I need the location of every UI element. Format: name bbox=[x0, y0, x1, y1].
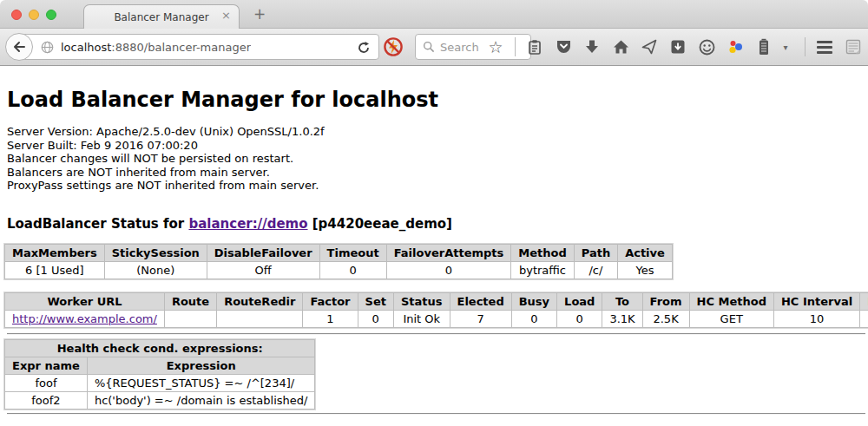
cell-load: 0 bbox=[557, 310, 602, 327]
cell-stickysession: (None) bbox=[104, 261, 207, 279]
health-check-title: Health check cond. expressions: bbox=[5, 339, 315, 357]
tab-balancer-manager[interactable]: Balancer Manager × bbox=[83, 4, 240, 29]
expr-row: foof2 hc('body') =~ /domain is establish… bbox=[5, 391, 315, 409]
server-info: Server Version: Apache/2.5.0-dev (Unix) … bbox=[7, 125, 868, 193]
cell-active: Yes bbox=[618, 261, 673, 279]
server-version: Server Version: Apache/2.5.0-dev (Unix) … bbox=[7, 125, 868, 139]
cell-elected: 7 bbox=[450, 310, 511, 327]
home-icon[interactable] bbox=[611, 37, 630, 56]
col-from: From bbox=[642, 292, 689, 310]
url-text: localhost:8880/balancer-manager bbox=[61, 41, 251, 54]
navigation-toolbar: localhost:8880/balancer-manager ☆ bbox=[0, 29, 868, 66]
col-maxmembers: MaxMembers bbox=[5, 244, 105, 261]
section-divider bbox=[7, 333, 865, 335]
table-row: 6 [1 Used] (None) Off 0 0 bytraffic /c/ … bbox=[5, 261, 673, 279]
cell-failoverattempts: 0 bbox=[386, 261, 511, 279]
col-hc-method: HC Method bbox=[689, 292, 773, 310]
color-dots-extension-icon[interactable] bbox=[726, 37, 745, 56]
cell-set: 0 bbox=[358, 310, 393, 327]
health-check-table: Health check cond. expressions: Expr nam… bbox=[4, 339, 315, 410]
reload-button[interactable] bbox=[357, 41, 371, 55]
cell-status: Init Ok bbox=[393, 310, 450, 327]
url-bar[interactable]: localhost:8880/balancer-manager bbox=[12, 34, 379, 60]
heading-suffix: [p4420eeae_demo] bbox=[308, 216, 452, 232]
col-worker-url: Worker URL bbox=[5, 292, 165, 310]
page-content: Load Balancer Manager for localhost Serv… bbox=[0, 66, 868, 426]
col-busy: Busy bbox=[511, 292, 556, 310]
note-inherit-balancers: Balancers are NOT inherited from main se… bbox=[7, 166, 868, 180]
bookmark-star-icon[interactable]: ☆ bbox=[486, 37, 505, 56]
cell-to: 3.1K bbox=[602, 310, 642, 327]
cell-timeout: 0 bbox=[319, 261, 386, 279]
worker-row: http://www.example.com/ 1 0 Init Ok 7 0 … bbox=[5, 310, 868, 327]
globe-site-icon bbox=[41, 41, 54, 54]
note-inherit-proxypass: ProxyPass settings are NOT inherited fro… bbox=[7, 179, 868, 193]
worker-table: Worker URL Route RouteRedir Factor Set S… bbox=[4, 292, 868, 328]
cell-disablefailover: Off bbox=[207, 261, 319, 279]
bottom-divider bbox=[7, 413, 865, 415]
menu-hamburger-icon[interactable] bbox=[815, 37, 834, 56]
col-routeredir: RouteRedir bbox=[217, 292, 303, 310]
heading-prefix: LoadBalancer Status for bbox=[7, 216, 188, 232]
cell-maxmembers: 6 [1 Used] bbox=[5, 261, 105, 279]
page-title: Load Balancer Manager for localhost bbox=[7, 66, 868, 112]
toolbar-separator bbox=[515, 37, 516, 56]
battery-extension-icon[interactable] bbox=[754, 37, 773, 56]
server-built: Server Built: Feb 9 2016 07:00:20 bbox=[7, 139, 868, 153]
col-to: To bbox=[602, 292, 642, 310]
col-set: Set bbox=[358, 292, 393, 310]
table-header-row: Worker URL Route RouteRedir Factor Set S… bbox=[5, 292, 868, 310]
toolbar-icons: ☆ bbox=[486, 29, 863, 65]
col-expression: Expression bbox=[87, 357, 315, 374]
col-hc-interval: HC Interval bbox=[773, 292, 859, 310]
cell-route bbox=[164, 310, 216, 327]
worker-url-link[interactable]: http://www.example.com/ bbox=[12, 312, 157, 325]
tab-close-icon[interactable]: × bbox=[221, 10, 231, 21]
overflow-caret-icon[interactable]: ▾ bbox=[776, 37, 795, 56]
reading-list-icon[interactable] bbox=[525, 37, 544, 56]
cell-expression: %{REQUEST_STATUS} =~ /^[234]/ bbox=[87, 374, 315, 391]
pocket-icon[interactable] bbox=[554, 37, 573, 56]
balancer-settings-table: MaxMembers StickySession DisableFailover… bbox=[4, 244, 673, 279]
url-hostname: localhost bbox=[61, 41, 111, 54]
col-status: Status bbox=[393, 292, 450, 310]
sidebar-page-icon[interactable] bbox=[844, 37, 863, 56]
emoji-smiley-icon[interactable] bbox=[697, 37, 716, 56]
new-tab-button[interactable]: + bbox=[253, 5, 266, 23]
browser-window: Balancer Manager × + localhost:8880/bala… bbox=[0, 0, 868, 426]
cell-worker-url: http://www.example.com/ bbox=[5, 310, 165, 327]
tab-strip: Balancer Manager × + bbox=[0, 0, 868, 29]
save-to-box-icon[interactable] bbox=[668, 37, 687, 56]
col-disablefailover: DisableFailover bbox=[207, 244, 319, 261]
cell-expr-name: foof bbox=[5, 374, 88, 391]
cell-hc-method: GET bbox=[689, 310, 773, 327]
cell-passes: 1 (0) bbox=[860, 310, 868, 327]
send-tab-icon[interactable] bbox=[640, 37, 659, 56]
col-expr-name: Expr name bbox=[5, 357, 88, 374]
table-header-row: Expr name Expression bbox=[5, 357, 315, 374]
table-title-row: Health check cond. expressions: bbox=[5, 339, 315, 357]
zoom-window-button[interactable] bbox=[46, 10, 56, 20]
cell-expression: hc('body') =~ /domain is established/ bbox=[87, 391, 315, 409]
downloads-icon[interactable] bbox=[582, 37, 602, 56]
col-method: Method bbox=[511, 244, 574, 261]
minimize-window-button[interactable] bbox=[29, 10, 39, 20]
search-icon bbox=[423, 41, 435, 53]
flash-blocked-icon[interactable] bbox=[383, 36, 404, 57]
note-persist: Balancer changes will NOT be persisted o… bbox=[7, 152, 868, 166]
close-window-button[interactable] bbox=[11, 10, 22, 20]
cell-routeredir bbox=[217, 310, 303, 327]
window-controls bbox=[11, 10, 56, 20]
expr-row: foof %{REQUEST_STATUS} =~ /^[234]/ bbox=[5, 374, 315, 391]
back-button[interactable] bbox=[5, 33, 33, 61]
col-route: Route bbox=[164, 292, 216, 310]
table-header-row: MaxMembers StickySession DisableFailover… bbox=[5, 244, 673, 261]
col-load: Load bbox=[557, 292, 602, 310]
cell-factor: 1 bbox=[303, 310, 358, 327]
back-arrow-icon bbox=[11, 39, 27, 55]
tab-title: Balancer Manager bbox=[114, 11, 208, 23]
col-timeout: Timeout bbox=[319, 244, 386, 261]
col-failoverattempts: FailoverAttempts bbox=[386, 244, 511, 261]
balancer-demo-link[interactable]: balancer://demo bbox=[188, 216, 307, 232]
cell-path: /c/ bbox=[574, 261, 617, 279]
